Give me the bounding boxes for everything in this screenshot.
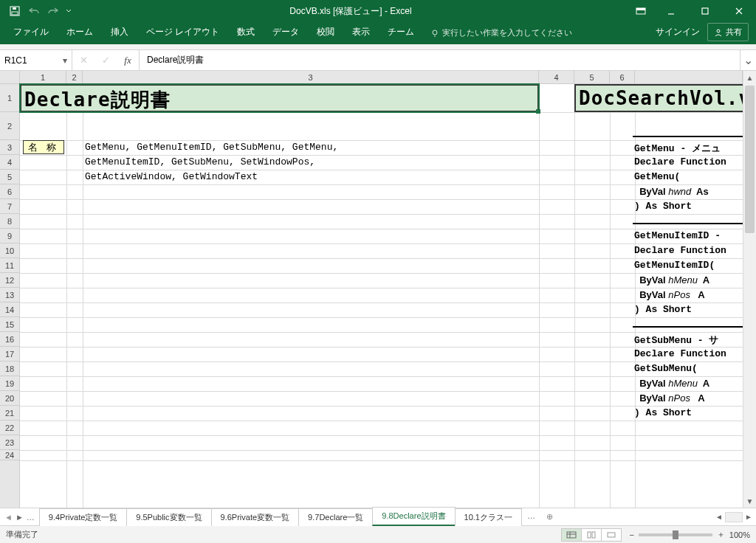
fx-icon[interactable]: fx: [117, 55, 139, 66]
row-header[interactable]: 7: [0, 199, 19, 214]
row-header[interactable]: 4: [0, 155, 19, 170]
close-button[interactable]: [722, 0, 756, 22]
cell-text[interactable]: GetMenu(: [634, 171, 680, 182]
scroll-thumb[interactable]: [745, 86, 755, 233]
name-box[interactable]: R1C1 ▾: [0, 50, 72, 70]
hscroll-left-icon[interactable]: ◄: [713, 513, 725, 521]
minimize-button[interactable]: [654, 0, 688, 22]
tab-insert[interactable]: 挿入: [102, 21, 137, 44]
tab-team[interactable]: チーム: [379, 21, 423, 44]
row-header[interactable]: 6: [0, 184, 19, 199]
row-header[interactable]: 8: [0, 214, 19, 229]
row-header[interactable]: 24: [0, 450, 19, 460]
cell-text[interactable]: ByVal hMenu A: [634, 378, 709, 390]
scroll-down-icon[interactable]: ▼: [743, 494, 756, 508]
column-header[interactable]: 1: [20, 71, 66, 83]
title-cell-left[interactable]: Declare説明書: [20, 84, 539, 112]
vertical-scrollbar[interactable]: ▲ ▼: [743, 71, 756, 508]
view-normal-icon[interactable]: [561, 528, 582, 542]
formula-input[interactable]: Declare説明書: [140, 50, 740, 70]
tell-me[interactable]: 実行したい作業を入力してください: [423, 23, 580, 44]
column-header[interactable]: 4: [539, 71, 574, 83]
cell-text[interactable]: Declare Function: [634, 245, 726, 256]
view-pagelayout-icon[interactable]: [581, 528, 602, 542]
view-pagebreak-icon[interactable]: [601, 528, 622, 542]
enter-formula-icon[interactable]: ✓: [94, 55, 117, 66]
qat-dropdown-icon[interactable]: [63, 2, 74, 20]
row-header[interactable]: 10: [0, 243, 19, 258]
undo-icon[interactable]: [25, 2, 43, 20]
share-button[interactable]: 共有: [707, 23, 749, 41]
tab-data[interactable]: データ: [264, 21, 308, 44]
row-header[interactable]: 22: [0, 421, 19, 435]
tab-file[interactable]: ファイル: [4, 21, 58, 44]
zoom-in-button[interactable]: ＋: [717, 529, 725, 540]
cells-area[interactable]: Declare説明書 DocSearchVol.v 名 称 GetMenu, G…: [20, 84, 743, 508]
sheet-nav-prev-icon[interactable]: ◄: [4, 513, 13, 522]
tab-formulas[interactable]: 数式: [228, 21, 264, 44]
signin-link[interactable]: サインイン: [648, 21, 707, 44]
cell-text[interactable]: GetSubMenu(: [634, 363, 698, 374]
hscroll-right-icon[interactable]: ►: [743, 513, 755, 521]
scroll-up-icon[interactable]: ▲: [743, 71, 756, 84]
cell-text[interactable]: ByVal nPos A: [634, 392, 705, 404]
cell-text[interactable]: Declare Function: [634, 348, 726, 359]
title-cell-right[interactable]: DocSearchVol.v: [574, 84, 756, 112]
cell-text[interactable]: Declare Function: [634, 156, 726, 167]
row-header[interactable]: 9: [0, 229, 19, 243]
sheet-tab[interactable]: 10.1クラス一: [455, 508, 522, 526]
new-sheet-button[interactable]: ⊕: [541, 508, 559, 525]
hscroll-track[interactable]: [725, 512, 743, 522]
select-all-triangle[interactable]: [0, 71, 20, 84]
cell-text[interactable]: GetMenuItemID, GetSubMenu, SetWindowPos,: [85, 156, 315, 167]
ribbon-options-icon[interactable]: [628, 0, 654, 22]
sheet-tab[interactable]: 9.5Public変数一覧: [126, 508, 211, 526]
row-header[interactable]: 3: [0, 140, 19, 155]
column-header[interactable]: 6: [610, 71, 635, 83]
row-header[interactable]: 16: [0, 332, 19, 347]
cell-text[interactable]: ByVal hMenu A: [634, 274, 709, 286]
cell-text[interactable]: ) As Short: [634, 201, 692, 212]
column-header[interactable]: 5: [574, 71, 610, 83]
zoom-slider[interactable]: [639, 533, 712, 536]
tab-pagelayout[interactable]: ページ レイアウト: [137, 21, 228, 44]
tab-view[interactable]: 表示: [343, 21, 379, 44]
cell-text[interactable]: GetMenuItemID(: [634, 260, 715, 271]
row-header[interactable]: 14: [0, 302, 19, 317]
cell-text[interactable]: GetMenu, GetMenuItemID, GetSubMenu, GetM…: [85, 142, 338, 153]
row-header[interactable]: 19: [0, 376, 19, 391]
row-header[interactable]: 15: [0, 317, 19, 332]
row-header[interactable]: 2: [0, 112, 19, 140]
cell-text[interactable]: GetActiveWindow, GetWindowText: [85, 171, 258, 182]
cell-text[interactable]: ByVal hwnd As: [634, 186, 709, 198]
expand-formula-icon[interactable]: ⌄: [740, 50, 756, 70]
zoom-level[interactable]: 100%: [729, 530, 750, 539]
cancel-formula-icon[interactable]: ✕: [72, 55, 94, 66]
label-name-cell[interactable]: 名 称: [23, 140, 64, 154]
sheet-tab[interactable]: 9.6Private変数一覧: [211, 508, 300, 526]
cell-text[interactable]: ByVal nPos A: [634, 289, 705, 301]
zoom-out-button[interactable]: −: [629, 530, 633, 539]
row-header[interactable]: 23: [0, 435, 19, 450]
row-header[interactable]: 1: [0, 84, 19, 112]
redo-icon[interactable]: [44, 2, 62, 20]
row-header[interactable]: 17: [0, 347, 19, 362]
sheet-tab[interactable]: 9.4Private定数一覧: [39, 508, 128, 526]
row-header[interactable]: 12: [0, 273, 19, 288]
row-header[interactable]: 18: [0, 362, 19, 376]
sheet-nav-more[interactable]: …: [27, 513, 35, 522]
tab-review[interactable]: 校閲: [308, 21, 343, 44]
chevron-down-icon[interactable]: ▾: [63, 55, 67, 66]
column-header[interactable]: 3: [83, 71, 539, 83]
row-header[interactable]: 11: [0, 258, 19, 273]
cell-text[interactable]: GetMenuItemID -: [634, 230, 721, 241]
row-header[interactable]: 20: [0, 391, 19, 406]
cell-text[interactable]: ) As Short: [634, 407, 692, 418]
maximize-button[interactable]: [688, 0, 722, 22]
column-header[interactable]: 2: [66, 71, 83, 83]
sheet-nav-next-icon[interactable]: ►: [16, 513, 24, 522]
sheet-tab[interactable]: 9.8Declare説明書: [372, 507, 455, 526]
save-icon[interactable]: [6, 2, 24, 20]
cell-text[interactable]: ) As Short: [634, 304, 692, 315]
row-header[interactable]: 5: [0, 170, 19, 184]
